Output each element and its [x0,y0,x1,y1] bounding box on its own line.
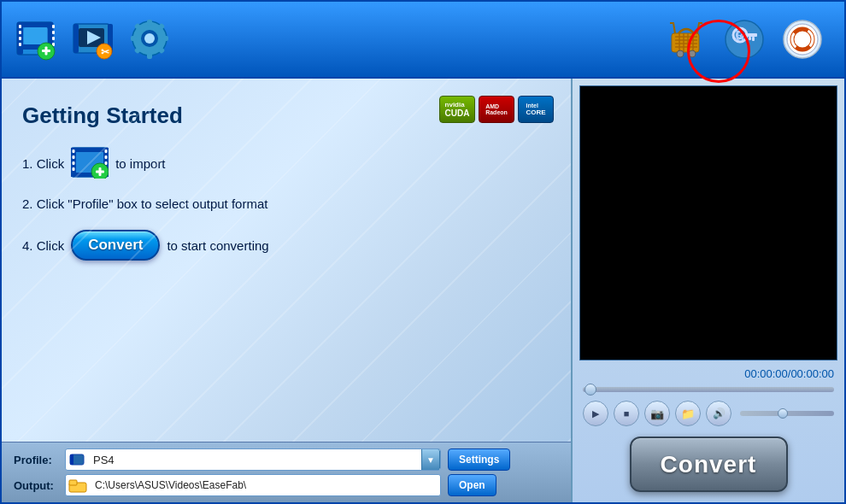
svg-rect-63 [73,149,75,153]
cart-button[interactable] [661,13,711,66]
intel-badge: intel CORE [518,96,554,123]
import-video-icon[interactable] [71,146,109,181]
folder-button[interactable]: 📁 [675,401,701,426]
main-content-area: nvidia CUDA AMD Radeon intel CORE [2,79,844,502]
svg-point-44 [677,50,684,57]
output-label: Output: [14,479,58,492]
step4-pre: 4. Click [22,238,64,253]
svg-rect-66 [73,167,75,171]
profile-label: Profile: [14,454,58,466]
open-btn[interactable]: Open [448,474,496,496]
svg-text:✂: ✂ [101,46,110,58]
svg-rect-28 [147,53,152,59]
cuda-badge: nvidia CUDA [439,96,475,123]
profile-dropdown-arrow[interactable]: ▼ [421,448,440,471]
svg-rect-50 [752,37,755,41]
seek-bar[interactable] [583,387,834,392]
volume-bar[interactable] [740,411,834,416]
svg-rect-7 [19,37,21,40]
add-video-button[interactable] [12,13,62,66]
profile-input-wrapper[interactable]: PS4 ▼ [65,448,441,471]
step1-pre: 1. Click [22,156,64,171]
svg-rect-61 [71,148,109,152]
player-controls: ▶ ■ 📷 📁 🔊 [579,399,837,428]
svg-rect-8 [19,43,21,46]
svg-rect-65 [73,161,75,165]
volume-thumb[interactable] [778,408,788,419]
output-row: Output: C:\Users\ASUS\Videos\EaseFab\ Op… [14,474,559,496]
step-1: 1. Click [22,146,550,181]
svg-rect-29 [131,36,137,41]
svg-rect-10 [52,31,55,34]
profile-value: PS4 [93,454,416,466]
snapshot-button[interactable]: 📷 [644,401,670,426]
svg-rect-27 [147,20,152,26]
svg-rect-73 [99,167,102,176]
output-input-wrapper[interactable]: C:\Users\ASUS\Videos\EaseFab\ [65,474,441,496]
svg-rect-18 [73,24,79,53]
svg-point-26 [144,33,155,44]
svg-rect-49 [745,33,757,37]
video-preview [579,85,837,360]
edit-video-button[interactable]: ✂ [68,13,118,66]
help-button[interactable] [778,13,827,66]
profile-row: Profile: PS4 ▼ Settings [14,448,559,471]
getting-started-panel: nvidia CUDA AMD Radeon intel CORE [2,79,571,442]
left-section: nvidia CUDA AMD Radeon intel CORE [2,79,571,502]
svg-rect-30 [162,36,168,41]
stop-button[interactable]: ■ [614,401,639,426]
seek-thumb[interactable] [585,384,596,396]
step-2: 2. Click "Profile" box to select output … [22,196,550,211]
register-button[interactable]: R [720,13,769,66]
settings-button[interactable] [125,13,174,66]
video-preview-panel: 00:00:00/00:00:00 ▶ ■ 📷 📁 🔊 Convert [571,79,844,502]
convert-inline-button[interactable]: Convert [71,230,160,261]
svg-rect-68 [105,155,108,159]
volume-button[interactable]: 🔊 [706,401,731,426]
toolbar-right: R [661,13,827,66]
amd-badge: AMD Radeon [479,96,514,123]
toolbar: ✂ [2,2,844,79]
svg-rect-11 [52,37,55,40]
time-display: 00:00:00/00:00:00 [579,366,837,382]
toolbar-left: ✂ [12,13,174,66]
svg-point-45 [689,50,696,57]
svg-rect-3 [17,22,53,27]
app-window: ✂ [0,0,846,504]
svg-rect-77 [69,480,77,485]
svg-rect-51 [749,37,751,40]
svg-rect-75 [70,454,73,465]
svg-text:R: R [735,28,745,43]
output-value: C:\Users\ASUS\Videos\EaseFab\ [95,479,440,491]
svg-rect-16 [45,47,48,56]
svg-rect-67 [105,149,108,153]
play-button[interactable]: ▶ [583,401,608,426]
profile-output-bar: Profile: PS4 ▼ Settings Output: [2,442,571,502]
svg-rect-9 [52,25,55,28]
step-4: 4. Click Convert to start converting [22,230,550,261]
step1-post: to import [115,156,165,171]
svg-rect-64 [73,155,75,159]
step4-post: to start converting [167,238,268,253]
svg-rect-6 [19,31,21,34]
gpu-badges: nvidia CUDA AMD Radeon intel CORE [439,96,554,123]
svg-rect-13 [24,27,48,44]
seek-bar-container[interactable] [579,385,837,394]
step2-text: 2. Click "Profile" box to select output … [22,196,267,211]
settings-btn[interactable]: Settings [448,448,510,471]
svg-point-57 [796,33,808,45]
svg-rect-5 [19,25,21,28]
convert-main-button[interactable]: Convert [630,437,788,492]
